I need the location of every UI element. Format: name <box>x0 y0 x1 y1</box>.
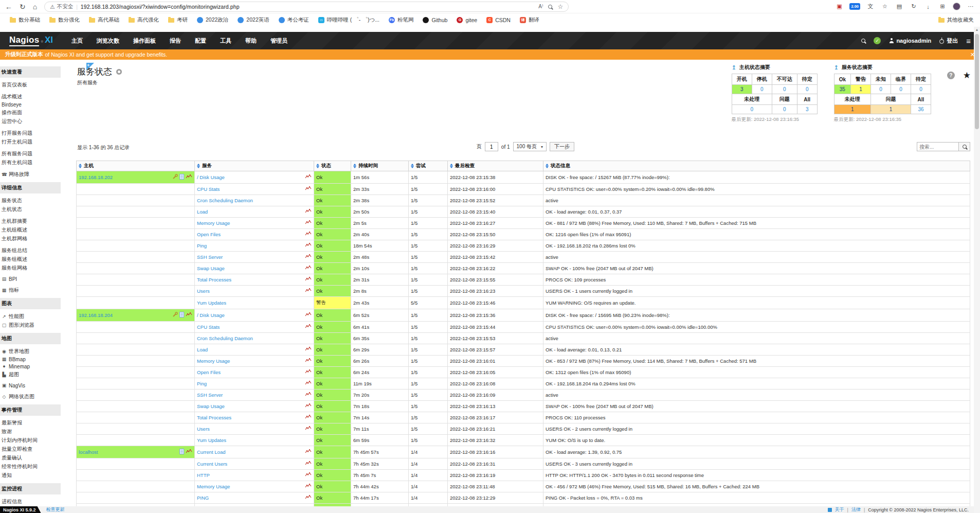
service-link[interactable]: Load <box>197 209 208 215</box>
host-link[interactable]: 192.168.18.204 <box>79 312 113 318</box>
extension-red-icon[interactable]: ▣ <box>835 3 843 11</box>
perf-graph-icon[interactable] <box>305 347 312 352</box>
sidebar-item[interactable]: 批量立即检查 <box>0 445 61 453</box>
price-badge[interactable]: 2.00 <box>849 3 860 10</box>
sidebar-item[interactable]: 进程信息 <box>0 497 61 506</box>
search-input[interactable] <box>917 142 959 151</box>
logout-button[interactable]: 登出 <box>939 37 958 45</box>
summary-value[interactable]: 0 <box>871 85 891 94</box>
summary-value[interactable]: 1 <box>871 105 911 114</box>
summary-value[interactable]: 1 <box>834 105 870 114</box>
perf-graph-icon[interactable] <box>305 243 312 249</box>
perf-graph-icon[interactable] <box>305 288 312 294</box>
header-search-icon[interactable] <box>861 39 865 43</box>
summary-value[interactable]: 35 <box>834 85 850 94</box>
log-icon[interactable] <box>179 449 184 455</box>
perf-graph-icon[interactable] <box>305 495 312 501</box>
sidebar-section-header[interactable]: 详细信息 <box>0 182 61 193</box>
perf-graph-icon[interactable] <box>305 415 312 420</box>
service-link[interactable]: Users <box>197 288 210 294</box>
sort-icon[interactable] <box>411 164 414 168</box>
sidebar-item[interactable]: 质量确认 <box>0 453 61 462</box>
bookmark-item[interactable]: 考研 <box>165 15 191 25</box>
perf-graph-icon[interactable] <box>305 392 312 398</box>
sort-icon[interactable] <box>79 164 82 168</box>
bookmark-item[interactable]: 数分强化 <box>46 15 83 25</box>
log-icon[interactable] <box>179 174 184 181</box>
favorite-star-icon[interactable]: ★ <box>963 70 971 81</box>
legal-link[interactable]: 法律 <box>851 506 861 513</box>
perf-graph-icon[interactable] <box>305 358 312 364</box>
per-page-select[interactable]: 100 每页 ▾ <box>513 142 547 151</box>
sidebar-item[interactable]: 服务组总结 <box>0 246 61 255</box>
sidebar-section-header[interactable]: 监控进程 <box>0 483 61 494</box>
service-link[interactable]: Load <box>197 347 208 352</box>
sidebar-item[interactable]: 操作画面 <box>0 108 61 117</box>
sidebar-item[interactable]: ◇网络状态图 <box>0 392 61 401</box>
service-link[interactable]: HTTP <box>197 472 210 478</box>
sidebar-item[interactable]: 所有服务问题 <box>0 149 61 158</box>
service-link[interactable]: Current Load <box>197 449 225 455</box>
service-link[interactable]: Total Processes <box>197 277 231 282</box>
sort-icon[interactable] <box>316 164 319 168</box>
health-check-icon[interactable]: ✓ <box>874 37 881 44</box>
help-icon[interactable]: ? <box>947 72 955 79</box>
bookmark-item[interactable]: 高代强化 <box>125 15 162 25</box>
sidebar-item[interactable]: 主机状态 <box>0 205 61 214</box>
url-text[interactable]: 192.168.18.203/nagiosxi/?xiwindow=config… <box>81 4 535 10</box>
sort-icon[interactable] <box>197 164 200 168</box>
nav-item-操作面板[interactable]: 操作面板 <box>133 37 156 45</box>
sidebar-item[interactable]: 服务状态 <box>0 196 61 205</box>
sidebar-item[interactable]: 最新警报 <box>0 418 61 427</box>
service-link[interactable]: / Disk Usage <box>197 312 225 318</box>
sidebar-item[interactable]: ▙超图 <box>0 370 61 379</box>
more-icon[interactable]: ⋯ <box>967 3 975 11</box>
bookmark-item[interactable]: Ggitee <box>453 16 481 24</box>
host-cell[interactable]: 192.168.18.202 <box>77 171 195 184</box>
sidebar-item[interactable]: ●Minemap <box>0 363 61 370</box>
nav-item-管理员[interactable]: 管理员 <box>270 37 287 45</box>
perf-graph-icon[interactable] <box>305 324 312 330</box>
perf-graph-icon[interactable] <box>305 266 312 271</box>
perf-graph-icon[interactable] <box>305 312 312 318</box>
perf-graph-icon[interactable] <box>305 220 312 226</box>
sidebar-item[interactable]: 通知 <box>0 471 61 480</box>
wrench-icon[interactable] <box>172 312 178 319</box>
translate-icon[interactable]: 文 <box>866 3 875 11</box>
perf-graph-icon[interactable] <box>305 186 312 192</box>
summary-value[interactable]: 36 <box>911 105 931 114</box>
host-cell[interactable]: 192.168.18.204 <box>77 309 195 322</box>
column-header-服务[interactable]: 服务 <box>195 161 314 171</box>
bookmark-item[interactable]: CCSDN <box>483 16 514 24</box>
perf-graph-icon[interactable] <box>305 403 312 409</box>
column-header-状态[interactable]: 状态 <box>314 161 351 171</box>
favorite-this-icon[interactable]: ☆ <box>557 3 563 10</box>
history-icon[interactable]: ↻ <box>910 3 918 11</box>
service-link[interactable]: Cron Scheduling Daemon <box>197 335 253 341</box>
security-warning[interactable]: ⚠ 不安全 <box>50 3 73 10</box>
about-link[interactable]: 关于 <box>835 506 844 513</box>
bookmark-item[interactable]: Github <box>419 16 451 24</box>
settings-gear-icon[interactable] <box>116 69 122 75</box>
summary-value[interactable]: 0 <box>732 105 772 114</box>
nav-item-浏览次数[interactable]: 浏览次数 <box>97 37 119 45</box>
perf-graph-icon[interactable] <box>305 426 312 432</box>
sidebar-item[interactable]: 主机群摘要 <box>0 217 61 225</box>
bookmark-item[interactable]: 2022政治 <box>193 15 232 25</box>
scrollbar-thumb[interactable] <box>975 34 979 129</box>
sidebar-item[interactable]: ▦BBmap <box>0 356 61 363</box>
bookmark-item[interactable]: Fb粉笔网 <box>385 15 418 25</box>
perf-graph-icon[interactable] <box>186 174 192 180</box>
sidebar-item[interactable]: 首页仪表板 <box>0 80 61 89</box>
perf-graph-icon[interactable] <box>305 174 312 180</box>
bookmark-item[interactable]: 考公考证 <box>275 15 313 25</box>
perf-graph-icon[interactable] <box>305 449 312 455</box>
hamburger-menu-icon[interactable]: ≡ <box>966 37 971 45</box>
service-link[interactable]: CPU Stats <box>197 324 220 330</box>
page-scrollbar[interactable]: ▲ <box>974 27 980 513</box>
perf-graph-icon[interactable] <box>186 312 192 318</box>
sidebar-item[interactable]: 所有主机问题 <box>0 158 61 167</box>
sort-icon[interactable] <box>450 164 453 168</box>
perf-graph-icon[interactable] <box>305 369 312 375</box>
service-link[interactable]: Open Files <box>197 232 221 237</box>
